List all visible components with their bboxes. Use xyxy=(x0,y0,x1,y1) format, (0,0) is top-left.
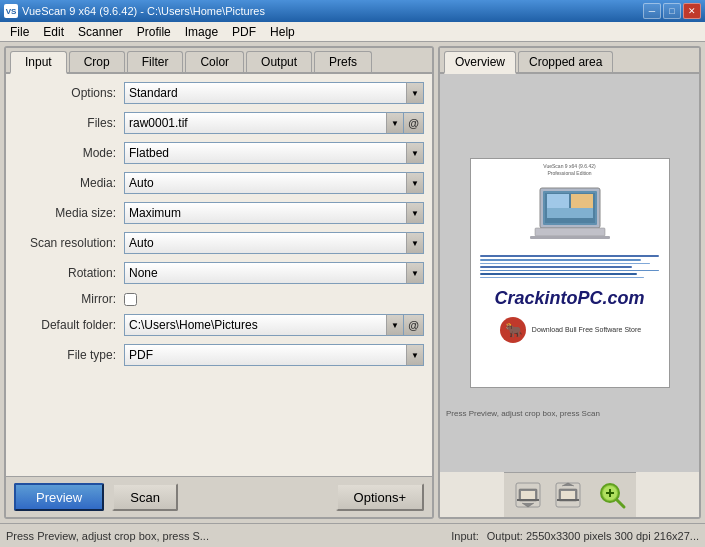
file-type-label: File type: xyxy=(14,348,124,362)
preview-image: VueScan 9 x64 (9.6.42)Professional Editi… xyxy=(440,74,699,472)
menu-scanner[interactable]: Scanner xyxy=(72,24,129,40)
media-size-label: Media size: xyxy=(14,206,124,220)
left-panel: Input Crop Filter Color Output Prefs Opt… xyxy=(4,46,434,519)
rotation-select[interactable]: None 90 CW 90 CCW 180 xyxy=(124,262,424,284)
tab-output[interactable]: Output xyxy=(246,51,312,72)
media-label: Media: xyxy=(14,176,124,190)
scan-right-button[interactable] xyxy=(550,477,586,513)
files-select-wrapper: raw0001.tif ▼ xyxy=(124,112,404,134)
scan-left-icon xyxy=(514,481,542,509)
button-bar: Preview Scan Options+ xyxy=(6,476,432,517)
zoom-in-button[interactable] xyxy=(594,477,630,513)
menu-pdf[interactable]: PDF xyxy=(226,24,262,40)
default-folder-label: Default folder: xyxy=(14,318,124,332)
preview-area: VueScan 9 x64 (9.6.42)Professional Editi… xyxy=(440,74,699,517)
tab-crop[interactable]: Crop xyxy=(69,51,125,72)
tab-cropped-area[interactable]: Cropped area xyxy=(518,51,613,72)
media-size-row: Media size: Maximum Letter A4 ▼ xyxy=(14,202,424,224)
window-controls: ─ □ ✕ xyxy=(643,3,701,19)
bull-logo: 🐂 xyxy=(498,315,528,345)
media-size-select-wrapper: Maximum Letter A4 ▼ xyxy=(124,202,424,224)
options-select-wrapper: Standard Professional ▼ xyxy=(124,82,424,104)
mirror-checkbox[interactable] xyxy=(124,293,137,306)
close-button[interactable]: ✕ xyxy=(683,3,701,19)
mirror-row: Mirror: xyxy=(14,292,424,306)
default-folder-at-button[interactable]: @ xyxy=(404,314,424,336)
right-bottom-icons xyxy=(504,472,636,517)
rotation-select-wrapper: None 90 CW 90 CCW 180 ▼ xyxy=(124,262,424,284)
right-tabs: Overview Cropped area xyxy=(440,48,699,74)
svg-line-22 xyxy=(617,500,624,507)
file-type-select[interactable]: PDF JPEG TIFF xyxy=(124,344,424,366)
mode-select-wrapper: Flatbed ADF ▼ xyxy=(124,142,424,164)
options-select[interactable]: Standard Professional xyxy=(124,82,424,104)
files-row: Files: raw0001.tif ▼ @ xyxy=(14,112,424,134)
maximize-button[interactable]: □ xyxy=(663,3,681,19)
scan-button[interactable]: Scan xyxy=(112,483,178,511)
mode-row: Mode: Flatbed ADF ▼ xyxy=(14,142,424,164)
default-folder-row: Default folder: C:\Users\Home\Pictures ▼… xyxy=(14,314,424,336)
status-bar: Press Preview, adjust crop box, press S.… xyxy=(0,523,705,547)
menu-bar: File Edit Scanner Profile Image PDF Help xyxy=(0,22,705,42)
main-container: Input Crop Filter Color Output Prefs Opt… xyxy=(0,42,705,523)
scan-resolution-select-wrapper: Auto 75 150 300 600 ▼ xyxy=(124,232,424,254)
status-left-text: Press Preview, adjust crop box, press S.… xyxy=(6,530,435,542)
menu-edit[interactable]: Edit xyxy=(37,24,70,40)
zoom-in-icon xyxy=(596,479,628,511)
title-bar: VS VueScan 9 x64 (9.6.42) - C:\Users\Hom… xyxy=(0,0,705,22)
laptop-image xyxy=(525,186,615,251)
media-row: Media: Auto Color ▼ xyxy=(14,172,424,194)
media-select-wrapper: Auto Color ▼ xyxy=(124,172,424,194)
mode-select[interactable]: Flatbed ADF xyxy=(124,142,424,164)
tab-prefs[interactable]: Prefs xyxy=(314,51,372,72)
menu-help[interactable]: Help xyxy=(264,24,301,40)
download-text: Download Bull Free Software Store xyxy=(532,325,641,335)
scan-left-button[interactable] xyxy=(510,477,546,513)
default-folder-select-wrapper: C:\Users\Home\Pictures ▼ xyxy=(124,314,404,336)
svg-rect-16 xyxy=(561,491,575,499)
files-select[interactable]: raw0001.tif xyxy=(124,112,404,134)
preview-button[interactable]: Preview xyxy=(14,483,104,511)
form-area: Options: Standard Professional ▼ Files: … xyxy=(6,74,432,476)
file-type-row: File type: PDF JPEG TIFF ▼ xyxy=(14,344,424,366)
minimize-button[interactable]: ─ xyxy=(643,3,661,19)
window-title: VueScan 9 x64 (9.6.42) - C:\Users\Home\P… xyxy=(22,5,265,17)
options-label: Options: xyxy=(14,86,124,100)
scan-right-icon xyxy=(554,481,582,509)
options-button[interactable]: Options+ xyxy=(336,483,424,511)
default-folder-select[interactable]: C:\Users\Home\Pictures xyxy=(124,314,404,336)
svg-rect-12 xyxy=(521,491,535,499)
media-select[interactable]: Auto Color xyxy=(124,172,424,194)
left-tabs: Input Crop Filter Color Output Prefs xyxy=(6,48,432,74)
site-watermark-text: CrackintoPC.com xyxy=(494,288,644,309)
media-size-select[interactable]: Maximum Letter A4 xyxy=(124,202,424,224)
files-at-button[interactable]: @ xyxy=(404,112,424,134)
status-right-text: Output: 2550x3300 pixels 300 dpi 216x27.… xyxy=(487,530,699,542)
mode-label: Mode: xyxy=(14,146,124,160)
tab-input[interactable]: Input xyxy=(10,51,67,74)
file-type-select-wrapper: PDF JPEG TIFF ▼ xyxy=(124,344,424,366)
svg-rect-7 xyxy=(530,236,610,239)
svg-rect-17 xyxy=(557,499,579,501)
svg-rect-5 xyxy=(547,208,593,218)
menu-profile[interactable]: Profile xyxy=(131,24,177,40)
options-row: Options: Standard Professional ▼ xyxy=(14,82,424,104)
svg-text:🐂: 🐂 xyxy=(504,322,522,339)
download-section: 🐂 Download Bull Free Software Store xyxy=(498,315,641,345)
rotation-label: Rotation: xyxy=(14,266,124,280)
tab-color[interactable]: Color xyxy=(185,51,244,72)
scan-lines xyxy=(480,255,658,280)
scan-resolution-select[interactable]: Auto 75 150 300 600 xyxy=(124,232,424,254)
scan-resolution-row: Scan resolution: Auto 75 150 300 600 ▼ xyxy=(14,232,424,254)
menu-file[interactable]: File xyxy=(4,24,35,40)
press-preview-overlay-text: Press Preview, adjust crop box, press Sc… xyxy=(446,409,600,418)
menu-image[interactable]: Image xyxy=(179,24,224,40)
scan-resolution-label: Scan resolution: xyxy=(14,236,124,250)
tab-overview[interactable]: Overview xyxy=(444,51,516,74)
tab-filter[interactable]: Filter xyxy=(127,51,184,72)
scanner-preview-box: VueScan 9 x64 (9.6.42)Professional Editi… xyxy=(470,158,670,388)
status-input-label: Input: xyxy=(443,530,479,542)
right-panel: Overview Cropped area VueScan 9 x64 (9.6… xyxy=(438,46,701,519)
files-label: Files: xyxy=(14,116,124,130)
app-icon: VS xyxy=(4,4,18,18)
